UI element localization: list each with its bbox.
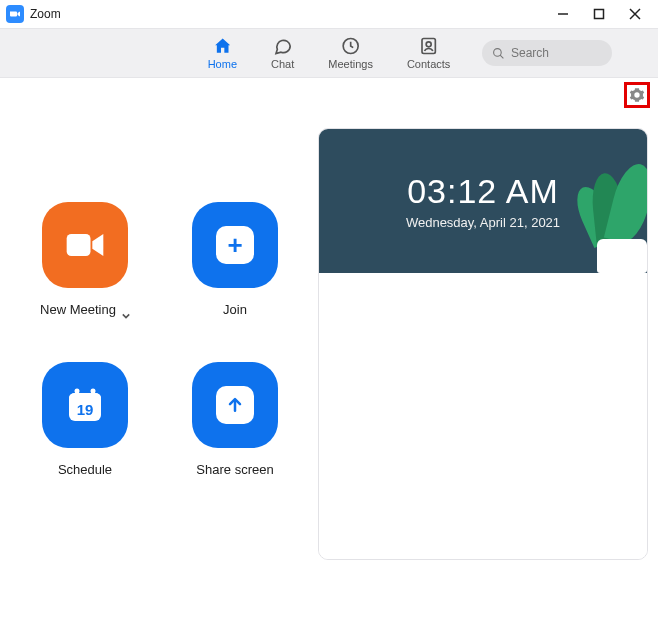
action-grid: New Meeting + Join	[0, 112, 318, 560]
clock-icon	[341, 36, 361, 56]
plus-icon: +	[192, 202, 278, 288]
settings-row	[0, 78, 658, 112]
titlebar: Zoom	[0, 0, 658, 28]
tab-chat[interactable]: Chat	[271, 36, 294, 70]
action-label: Schedule	[58, 462, 112, 477]
tab-label: Home	[208, 58, 237, 70]
close-button[interactable]	[628, 7, 642, 21]
search-icon	[492, 47, 505, 60]
svg-rect-9	[67, 234, 91, 256]
clock-date: Wednesday, April 21, 2021	[406, 215, 560, 230]
minimize-button[interactable]	[556, 7, 570, 21]
settings-button-highlight	[624, 82, 650, 108]
clock-panel: 03:12 AM Wednesday, April 21, 2021	[319, 129, 647, 273]
main-content: New Meeting + Join	[0, 112, 658, 560]
zoom-app-icon	[6, 5, 24, 23]
new-meeting-button[interactable]: New Meeting	[40, 202, 130, 317]
action-label: Share screen	[196, 462, 273, 477]
home-icon	[212, 36, 232, 56]
svg-point-6	[426, 42, 431, 47]
clock-time: 03:12 AM	[407, 172, 559, 211]
svg-text:19: 19	[77, 401, 94, 418]
contacts-icon	[419, 36, 439, 56]
join-button[interactable]: + Join	[192, 202, 278, 317]
action-label: Join	[223, 302, 247, 317]
tab-contacts[interactable]: Contacts	[407, 36, 450, 70]
search-placeholder: Search	[511, 46, 549, 60]
schedule-button[interactable]: 19 Schedule	[42, 362, 128, 477]
tab-label: Contacts	[407, 58, 450, 70]
svg-line-8	[500, 55, 503, 58]
share-screen-button[interactable]: Share screen	[192, 362, 278, 477]
share-arrow-icon	[192, 362, 278, 448]
svg-rect-1	[595, 10, 604, 19]
tab-label: Chat	[271, 58, 294, 70]
chevron-down-icon[interactable]	[122, 306, 130, 314]
svg-point-7	[494, 48, 502, 56]
plant-decoration	[567, 129, 647, 273]
gear-icon[interactable]	[629, 87, 645, 103]
tab-meetings[interactable]: Meetings	[328, 36, 373, 70]
search-input[interactable]: Search	[482, 40, 612, 66]
chat-icon	[273, 36, 293, 56]
svg-rect-15	[91, 389, 95, 396]
app-title: Zoom	[30, 7, 61, 21]
upcoming-meetings-area	[319, 273, 647, 559]
calendar-panel: 03:12 AM Wednesday, April 21, 2021	[318, 128, 648, 560]
maximize-button[interactable]	[592, 7, 606, 21]
action-label: New Meeting	[40, 302, 116, 317]
video-icon	[42, 202, 128, 288]
tab-label: Meetings	[328, 58, 373, 70]
calendar-icon: 19	[42, 362, 128, 448]
svg-rect-14	[75, 389, 79, 396]
tab-home[interactable]: Home	[208, 36, 237, 70]
navbar: Home Chat Meetings Contacts Search	[0, 28, 658, 78]
